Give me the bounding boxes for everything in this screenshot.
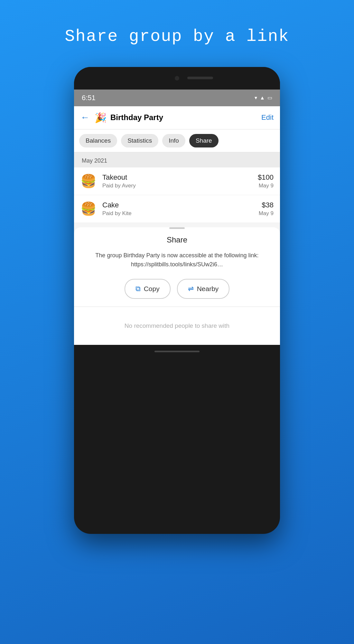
wifi-icon: ▾	[255, 95, 257, 101]
nearby-icon: ⇌	[188, 285, 194, 293]
phone-top-bezel	[74, 67, 280, 90]
group-emoji: 🎉	[95, 112, 107, 123]
home-indicator	[154, 351, 200, 352]
sheet-title: Share	[74, 235, 280, 244]
tab-row: Balances Statistics Info Share	[74, 129, 280, 152]
expense-item-cake[interactable]: 🍔 Cake Paid by Kite $38 May 9	[74, 195, 280, 223]
sheet-buttons: ⧉ Copy ⇌ Nearby	[74, 279, 280, 307]
battery-icon: ▭	[267, 95, 272, 101]
phone-shell: 6:51 ▾ ▲ ▭ ← 🎉 Birthday Party Edit Balan…	[74, 67, 280, 534]
back-button[interactable]: ←	[80, 112, 89, 123]
tab-info[interactable]: Info	[162, 134, 185, 147]
edit-button[interactable]: Edit	[261, 113, 274, 122]
expense-name-cake: Cake	[102, 201, 259, 209]
phone-camera	[175, 76, 179, 80]
phone-speaker	[187, 77, 213, 79]
expense-info-takeout: Takeout Paid by Avery	[102, 173, 258, 189]
expense-paid-cake: Paid by Kite	[102, 210, 259, 217]
status-bar: 6:51 ▾ ▲ ▭	[74, 90, 280, 106]
expense-info-cake: Cake Paid by Kite	[102, 201, 259, 217]
bottom-sheet: Share The group Birthday Party is now ac…	[74, 227, 280, 345]
expense-date-cake: May 9	[259, 210, 274, 217]
phone-screen: 6:51 ▾ ▲ ▭ ← 🎉 Birthday Party Edit Balan…	[74, 90, 280, 345]
expense-paid-takeout: Paid by Avery	[102, 183, 258, 189]
sheet-handle	[169, 227, 185, 229]
month-label: May 2021	[82, 157, 107, 164]
app-background: ← 🎉 Birthday Party Edit Balances Statist…	[74, 106, 280, 223]
expense-item-takeout[interactable]: 🍔 Takeout Paid by Avery $100 May 9	[74, 167, 280, 195]
copy-icon: ⧉	[135, 285, 141, 293]
expense-name-takeout: Takeout	[102, 173, 258, 182]
expense-value-cake: $38	[259, 201, 274, 209]
no-recommended-text: No recommended people to share with	[74, 307, 280, 345]
nearby-label: Nearby	[197, 285, 219, 293]
tab-statistics[interactable]: Statistics	[121, 134, 158, 147]
copy-button[interactable]: ⧉ Copy	[125, 279, 171, 299]
phone-bottom-bezel	[74, 345, 280, 358]
month-header: May 2021	[74, 152, 280, 167]
top-bar: ← 🎉 Birthday Party Edit	[74, 106, 280, 129]
expense-emoji-takeout: 🍔	[80, 174, 97, 189]
expense-amount-cake: $38 May 9	[259, 201, 274, 217]
nearby-button[interactable]: ⇌ Nearby	[177, 279, 230, 299]
expense-emoji-cake: 🍔	[80, 201, 97, 216]
sheet-description: The group Birthday Party is now accessib…	[74, 251, 280, 270]
status-time: 6:51	[82, 94, 96, 102]
copy-label: Copy	[144, 285, 160, 293]
expense-amount-takeout: $100 May 9	[258, 173, 274, 189]
expense-date-takeout: May 9	[258, 183, 274, 189]
expense-value-takeout: $100	[258, 173, 274, 182]
status-icons: ▾ ▲ ▭	[255, 95, 272, 101]
page-headline: Share group by a link	[65, 26, 289, 48]
tab-balances[interactable]: Balances	[79, 134, 117, 147]
group-title: Birthday Party	[110, 113, 261, 122]
tab-share[interactable]: Share	[189, 134, 219, 147]
signal-icon: ▲	[260, 95, 265, 101]
